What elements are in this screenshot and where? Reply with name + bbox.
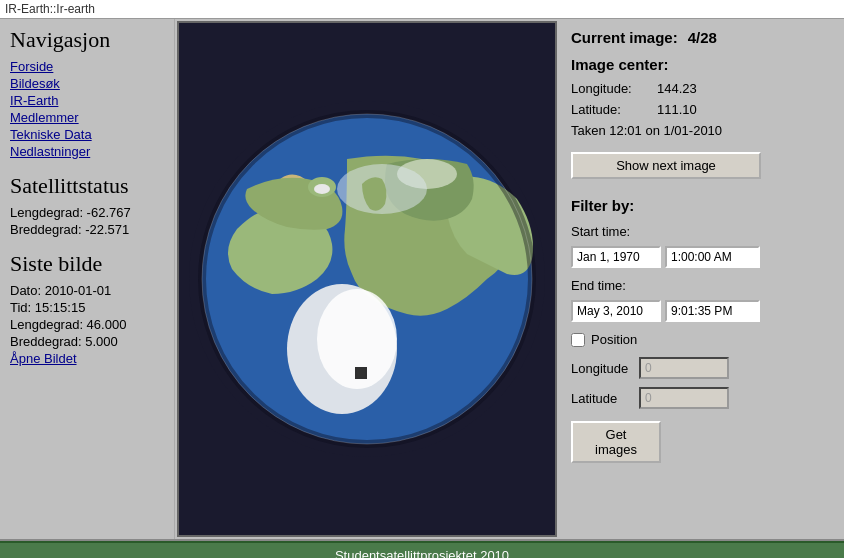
last-date: Dato: 2010-01-01 (10, 283, 164, 298)
longitude-label: Longitude: (571, 81, 651, 96)
satellite-longitude: Lengdegrad: -62.767 (10, 205, 164, 220)
filter-heading: Filter by: (571, 197, 832, 214)
show-next-button[interactable]: Show next image (571, 152, 761, 179)
latitude-coord-label: Latitude (571, 391, 631, 406)
current-image-label: Current image: (571, 29, 678, 46)
last-longitude: Lengdegrad: 46.000 (10, 317, 164, 332)
last-time: Tid: 15:15:15 (10, 300, 164, 315)
sidebar: Navigasjon Forside Bildesøk IR-Earth Med… (0, 19, 175, 539)
end-time-label: End time: (571, 278, 832, 293)
current-image-row: Current image: 4/28 (571, 29, 832, 46)
nav-link-forside[interactable]: Forside (10, 59, 164, 74)
longitude-coord-label: Longitude (571, 361, 631, 376)
latitude-value: 111.10 (657, 102, 697, 117)
end-date-input[interactable] (571, 300, 661, 322)
get-images-button[interactable]: Get images (571, 421, 661, 463)
globe-image (187, 99, 547, 459)
longitude-coord-input[interactable] (639, 357, 729, 379)
last-latitude: Breddegrad: 5.000 (10, 334, 164, 349)
latitude-coord-input[interactable] (639, 387, 729, 409)
start-date-input[interactable] (571, 246, 661, 268)
longitude-coord-row: Longitude (571, 357, 832, 379)
nav-link-nedlastninger[interactable]: Nedlastninger (10, 144, 164, 159)
longitude-row: Longitude: 144.23 (571, 81, 832, 96)
end-time-row (571, 300, 832, 322)
last-image-heading: Siste bilde (10, 251, 164, 277)
end-time-input[interactable] (665, 300, 760, 322)
breadcrumb: IR-Earth::Ir-earth (0, 0, 844, 19)
current-image-value: 4/28 (688, 29, 717, 46)
start-time-input[interactable] (665, 246, 760, 268)
open-image-link[interactable]: Åpne Bildet (10, 351, 77, 366)
footer-text: Studentsatellittprosjektet 2010 (335, 548, 509, 559)
satellite-latitude: Breddegrad: -22.571 (10, 222, 164, 237)
svg-point-6 (314, 184, 330, 194)
position-label: Position (591, 332, 637, 347)
nav-link-tekniske[interactable]: Tekniske Data (10, 127, 164, 142)
nav-link-bildesok[interactable]: Bildesøk (10, 76, 164, 91)
longitude-value: 144.23 (657, 81, 697, 96)
position-checkbox[interactable] (571, 333, 585, 347)
start-time-label: Start time: (571, 224, 832, 239)
nav-link-medlemmer[interactable]: Medlemmer (10, 110, 164, 125)
nav-link-irearth[interactable]: IR-Earth (10, 93, 164, 108)
taken-line: Taken 12:01 on 1/01-2010 (571, 123, 832, 138)
globe-container (177, 21, 557, 537)
latitude-row: Latitude: 111.10 (571, 102, 832, 117)
right-panel: Current image: 4/28 Image center: Longit… (559, 19, 844, 539)
latitude-coord-row: Latitude (571, 387, 832, 409)
footer: Studentsatellittprosjektet 2010 (0, 541, 844, 558)
svg-rect-12 (357, 369, 365, 377)
latitude-label: Latitude: (571, 102, 651, 117)
nav-heading: Navigasjon (10, 27, 164, 53)
breadcrumb-text: IR-Earth::Ir-earth (5, 2, 95, 16)
image-center-heading: Image center: (571, 56, 832, 73)
start-time-row (571, 246, 832, 268)
satellite-heading: Satellittstatus (10, 173, 164, 199)
position-row: Position (571, 332, 832, 347)
